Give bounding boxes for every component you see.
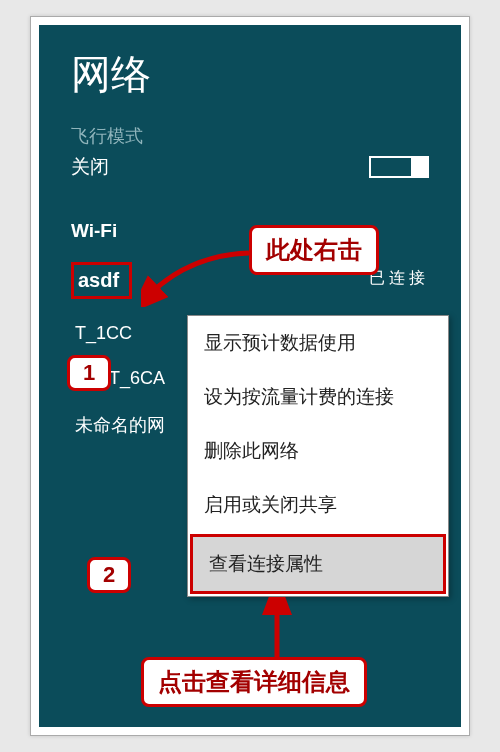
page-title: 网络	[71, 47, 429, 102]
annotation-callout-top: 此处右击	[249, 225, 379, 275]
connected-status: 已连接	[369, 268, 429, 289]
context-menu: 显示预计数据使用 设为按流量计费的连接 删除此网络 启用或关闭共享 查看连接属性	[187, 315, 449, 597]
menu-item-metered[interactable]: 设为按流量计费的连接	[188, 370, 448, 424]
annotation-step-1: 1	[67, 355, 111, 391]
annotation-step-2: 2	[87, 557, 131, 593]
toggle-knob	[411, 158, 427, 176]
menu-item-data-usage[interactable]: 显示预计数据使用	[188, 316, 448, 370]
menu-item-forget[interactable]: 删除此网络	[188, 424, 448, 478]
airplane-mode-label: 飞行模式	[71, 124, 429, 148]
network-item-selected[interactable]: asdf	[71, 262, 132, 299]
annotation-callout-bottom: 点击查看详细信息	[141, 657, 367, 707]
menu-item-properties[interactable]: 查看连接属性	[190, 534, 446, 594]
menu-item-sharing[interactable]: 启用或关闭共享	[188, 478, 448, 532]
airplane-mode-status: 关闭	[71, 154, 109, 180]
airplane-mode-toggle[interactable]	[369, 156, 429, 178]
